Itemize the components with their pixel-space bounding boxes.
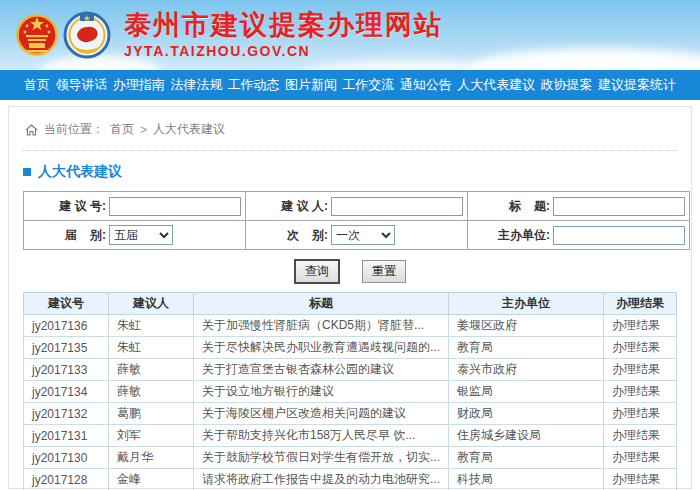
nav-item-home[interactable]: 首页 bbox=[24, 76, 50, 94]
section-square-icon bbox=[23, 168, 31, 176]
cell-person: 刘军 bbox=[109, 425, 194, 447]
cell-organizer: 泰兴市政府 bbox=[449, 359, 604, 381]
nav-item-work-exchange[interactable]: 工作交流 bbox=[342, 76, 394, 94]
cell-result-link[interactable]: 办理结果 bbox=[604, 337, 677, 359]
nav-item-laws-regulations[interactable]: 法律法规 bbox=[170, 76, 222, 94]
col-header-result: 办理结果 bbox=[604, 293, 677, 315]
reset-button[interactable]: 重置 bbox=[362, 260, 406, 283]
col-header-title: 标题 bbox=[194, 293, 449, 315]
suggester-input[interactable] bbox=[331, 197, 463, 216]
section-header: 人大代表建议 bbox=[23, 163, 677, 181]
cell-organizer: 姜堰区政府 bbox=[449, 315, 604, 337]
cell-title[interactable]: 关于设立地方银行的建议 bbox=[194, 381, 449, 403]
cell-organizer: 住房城乡建设局 bbox=[449, 425, 604, 447]
cell-person: 葛鹏 bbox=[109, 403, 194, 425]
organizer-input[interactable] bbox=[553, 226, 685, 245]
nav-item-statistics[interactable]: 建议提案统计 bbox=[598, 76, 676, 94]
cell-organizer: 银监局 bbox=[449, 381, 604, 403]
cell-title[interactable]: 关于打造宣堡古银杏森林公园的建议 bbox=[194, 359, 449, 381]
nav-item-notices[interactable]: 通知公告 bbox=[400, 76, 452, 94]
organizer-label: 主办单位: bbox=[472, 227, 550, 244]
section-title: 人大代表建议 bbox=[38, 163, 122, 181]
table-row: jy2017128 金峰 请求将政府工作报告中提及的动力电池研究... 科技局 … bbox=[24, 469, 677, 490]
cell-title[interactable]: 请求将政府工作报告中提及的动力电池研究... bbox=[194, 469, 449, 490]
cell-title[interactable]: 关于帮助支持兴化市158万人民尽早 饮... bbox=[194, 425, 449, 447]
cell-organizer: 教育局 bbox=[449, 447, 604, 469]
cell-result-link[interactable]: 办理结果 bbox=[604, 381, 677, 403]
cell-result-link[interactable]: 办理结果 bbox=[604, 447, 677, 469]
table-header-row: 建议号 建议人 标题 主办单位 办理结果 bbox=[24, 293, 677, 315]
cell-id: jy2017130 bbox=[24, 447, 109, 469]
cell-person: 薛敏 bbox=[109, 359, 194, 381]
cell-id: jy2017132 bbox=[24, 403, 109, 425]
nav-item-work-news[interactable]: 工作动态 bbox=[228, 76, 280, 94]
site-url: JYTA.TAIZHOU.GOV.CN bbox=[124, 43, 443, 59]
cell-id: jy2017128 bbox=[24, 469, 109, 490]
table-row: jy2017133 薛敏 关于打造宣堡古银杏森林公园的建议 泰兴市政府 办理结果 bbox=[24, 359, 677, 381]
term-select[interactable]: 五届 bbox=[109, 225, 173, 245]
search-form: 建 议 号: 建 议 人: 标 题: 届 别: bbox=[23, 191, 690, 250]
cell-result-link[interactable]: 办理结果 bbox=[604, 469, 677, 490]
cell-person: 朱虹 bbox=[109, 337, 194, 359]
nav-item-photo-news[interactable]: 图片新闻 bbox=[285, 76, 337, 94]
cell-id: jy2017136 bbox=[24, 315, 109, 337]
cell-person: 金峰 bbox=[109, 469, 194, 490]
cell-title[interactable]: 关于加强慢性肾脏病（CKD5期）肾脏替... bbox=[194, 315, 449, 337]
table-row: jy2017134 薛敏 关于设立地方银行的建议 银监局 办理结果 bbox=[24, 381, 677, 403]
title-label: 标 题: bbox=[472, 198, 550, 215]
cell-result-link[interactable]: 办理结果 bbox=[604, 403, 677, 425]
breadcrumb-prefix: 当前位置： bbox=[44, 121, 104, 138]
suggestion-no-label: 建 议 号: bbox=[28, 198, 106, 215]
cell-organizer: 财政局 bbox=[449, 403, 604, 425]
query-button[interactable]: 查询 bbox=[294, 259, 340, 284]
term-label: 届 别: bbox=[28, 227, 106, 244]
content-panel: 当前位置： 首页 > 人大代表建议 人大代表建议 建 议 号: 建 议 人: bbox=[8, 106, 692, 489]
suggestion-no-input[interactable] bbox=[109, 197, 241, 216]
cell-title[interactable]: 关于鼓励学校节假日对学生有偿开放，切实... bbox=[194, 447, 449, 469]
cell-title[interactable]: 关于尽快解决民办职业教育遭遇歧视问题的... bbox=[194, 337, 449, 359]
cell-title[interactable]: 关于海陵区棚户区改造相关问题的建议 bbox=[194, 403, 449, 425]
cell-organizer: 科技局 bbox=[449, 469, 604, 490]
title-input[interactable] bbox=[553, 197, 685, 216]
cell-result-link[interactable]: 办理结果 bbox=[604, 315, 677, 337]
cell-organizer: 教育局 bbox=[449, 337, 604, 359]
table-row: jy2017136 朱虹 关于加强慢性肾脏病（CKD5期）肾脏替... 姜堰区政… bbox=[24, 315, 677, 337]
table-row: jy2017130 戴月华 关于鼓励学校节假日对学生有偿开放，切实... 教育局… bbox=[24, 447, 677, 469]
col-header-id: 建议号 bbox=[24, 293, 109, 315]
national-emblem-icon bbox=[16, 9, 58, 61]
nav-item-handling-guide[interactable]: 办理指南 bbox=[113, 76, 165, 94]
suggestions-table: 建议号 建议人 标题 主办单位 办理结果 jy2017136 朱虹 关于加强慢性… bbox=[23, 292, 677, 490]
header-emblems bbox=[16, 9, 112, 61]
breadcrumb-separator: > bbox=[140, 123, 147, 137]
cell-result-link[interactable]: 办理结果 bbox=[604, 359, 677, 381]
cell-result-link[interactable]: 办理结果 bbox=[604, 425, 677, 447]
table-row: jy2017132 葛鹏 关于海陵区棚户区改造相关问题的建议 财政局 办理结果 bbox=[24, 403, 677, 425]
session-label: 次 别: bbox=[250, 227, 328, 244]
nav-item-leader-speeches[interactable]: 领导讲话 bbox=[55, 76, 107, 94]
suggester-label: 建 议 人: bbox=[250, 198, 328, 215]
table-row: jy2017131 刘军 关于帮助支持兴化市158万人民尽早 饮... 住房城乡… bbox=[24, 425, 677, 447]
cloud-decoration bbox=[470, 48, 700, 70]
cppcc-emblem-icon bbox=[62, 9, 112, 61]
main-nav: 首页 领导讲话 办理指南 法律法规 工作动态 图片新闻 工作交流 通知公告 人大… bbox=[0, 70, 700, 100]
col-header-person: 建议人 bbox=[109, 293, 194, 315]
col-header-organizer: 主办单位 bbox=[449, 293, 604, 315]
cell-id: jy2017134 bbox=[24, 381, 109, 403]
session-select[interactable]: 一次 bbox=[331, 225, 395, 245]
site-title-block: 泰州市建议提案办理网站 JYTA.TAIZHOU.GOV.CN bbox=[124, 11, 443, 59]
home-icon bbox=[25, 124, 38, 136]
nav-item-cppcc-proposals[interactable]: 政协提案 bbox=[541, 76, 593, 94]
nav-item-npc-suggestions[interactable]: 人大代表建议 bbox=[457, 76, 535, 94]
cell-id: jy2017135 bbox=[24, 337, 109, 359]
table-row: jy2017135 朱虹 关于尽快解决民办职业教育遭遇歧视问题的... 教育局 … bbox=[24, 337, 677, 359]
breadcrumb-home-link[interactable]: 首页 bbox=[110, 121, 134, 138]
breadcrumb-current: 人大代表建议 bbox=[153, 121, 225, 138]
site-title: 泰州市建议提案办理网站 bbox=[124, 11, 443, 41]
cell-id: jy2017133 bbox=[24, 359, 109, 381]
site-header: 泰州市建议提案办理网站 JYTA.TAIZHOU.GOV.CN bbox=[0, 0, 700, 70]
cell-person: 薛敏 bbox=[109, 381, 194, 403]
cell-id: jy2017131 bbox=[24, 425, 109, 447]
cell-person: 戴月华 bbox=[109, 447, 194, 469]
breadcrumb: 当前位置： 首页 > 人大代表建议 bbox=[23, 117, 677, 151]
cell-person: 朱虹 bbox=[109, 315, 194, 337]
